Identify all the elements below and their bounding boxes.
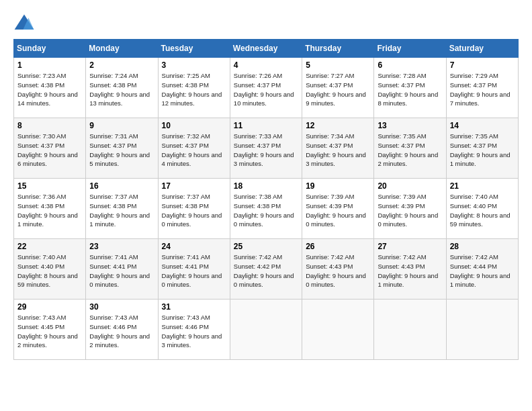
calendar-cell: 18 Sunrise: 7:38 AM Sunset: 4:38 PM Dayl… [230,179,302,239]
day-number: 27 [378,242,442,251]
calendar-cell: 16 Sunrise: 7:37 AM Sunset: 4:38 PM Dayl… [86,179,158,239]
calendar-cell: 22 Sunrise: 7:40 AM Sunset: 4:40 PM Dayl… [14,239,86,300]
calendar-cell: 24 Sunrise: 7:41 AM Sunset: 4:41 PM Dayl… [158,239,230,300]
calendar-cell: 21 Sunrise: 7:40 AM Sunset: 4:40 PM Dayl… [446,179,518,239]
day-info: Sunrise: 7:42 AM Sunset: 4:44 PM Dayligh… [450,253,515,289]
day-info: Sunrise: 7:36 AM Sunset: 4:38 PM Dayligh… [17,192,82,229]
calendar-cell: 9 Sunrise: 7:31 AM Sunset: 4:37 PM Dayli… [86,118,158,179]
day-number: 15 [17,181,82,191]
day-number: 9 [89,121,154,130]
day-info: Sunrise: 7:34 AM Sunset: 4:37 PM Dayligh… [306,132,370,169]
calendar-cell [374,300,446,360]
day-info: Sunrise: 7:26 AM Sunset: 4:37 PM Dayligh… [234,71,298,108]
day-info: Sunrise: 7:32 AM Sunset: 4:37 PM Dayligh… [162,132,226,169]
day-number: 26 [306,242,370,251]
day-info: Sunrise: 7:41 AM Sunset: 4:41 PM Dayligh… [162,253,226,289]
calendar-cell: 17 Sunrise: 7:37 AM Sunset: 4:38 PM Dayl… [158,179,230,239]
day-number: 25 [234,242,298,251]
day-number: 30 [89,302,154,312]
day-number: 5 [306,60,370,70]
day-info: Sunrise: 7:24 AM Sunset: 4:38 PM Dayligh… [89,71,154,108]
day-number: 4 [234,60,298,70]
day-info: Sunrise: 7:25 AM Sunset: 4:38 PM Dayligh… [162,71,226,108]
day-info: Sunrise: 7:33 AM Sunset: 4:37 PM Dayligh… [234,132,298,169]
calendar-cell: 13 Sunrise: 7:35 AM Sunset: 4:37 PM Dayl… [374,118,446,179]
day-info: Sunrise: 7:29 AM Sunset: 4:37 PM Dayligh… [450,71,515,108]
weekday-header: Sunday [14,40,86,58]
calendar-cell: 26 Sunrise: 7:42 AM Sunset: 4:43 PM Dayl… [302,239,374,300]
calendar-cell: 27 Sunrise: 7:42 AM Sunset: 4:43 PM Dayl… [374,239,446,300]
day-info: Sunrise: 7:42 AM Sunset: 4:42 PM Dayligh… [234,253,298,289]
day-info: Sunrise: 7:38 AM Sunset: 4:38 PM Dayligh… [234,192,298,229]
weekday-header: Monday [86,40,158,58]
calendar-cell [302,300,374,360]
day-info: Sunrise: 7:43 AM Sunset: 4:45 PM Dayligh… [17,313,82,350]
day-number: 29 [17,302,82,312]
day-number: 12 [306,121,370,130]
calendar-week-row: 1 Sunrise: 7:23 AM Sunset: 4:38 PM Dayli… [14,58,519,118]
calendar-cell: 29 Sunrise: 7:43 AM Sunset: 4:45 PM Dayl… [14,300,86,360]
day-number: 19 [306,181,370,191]
day-info: Sunrise: 7:42 AM Sunset: 4:43 PM Dayligh… [378,253,442,289]
weekday-header: Thursday [302,40,374,58]
weekday-header: Saturday [446,40,518,58]
day-number: 28 [450,242,515,251]
day-info: Sunrise: 7:43 AM Sunset: 4:46 PM Dayligh… [89,313,154,350]
calendar-cell [230,300,302,360]
calendar-cell: 19 Sunrise: 7:39 AM Sunset: 4:39 PM Dayl… [302,179,374,239]
calendar-cell: 5 Sunrise: 7:27 AM Sunset: 4:37 PM Dayli… [302,58,374,118]
day-number: 20 [378,181,442,191]
day-number: 11 [234,121,298,130]
calendar-cell: 8 Sunrise: 7:30 AM Sunset: 4:37 PM Dayli… [14,118,86,179]
calendar-cell: 20 Sunrise: 7:39 AM Sunset: 4:39 PM Dayl… [374,179,446,239]
day-number: 21 [450,181,515,191]
calendar-cell: 2 Sunrise: 7:24 AM Sunset: 4:38 PM Dayli… [86,58,158,118]
calendar-cell: 12 Sunrise: 7:34 AM Sunset: 4:37 PM Dayl… [302,118,374,179]
day-number: 1 [17,60,82,70]
calendar-cell: 15 Sunrise: 7:36 AM Sunset: 4:38 PM Dayl… [14,179,86,239]
calendar-cell: 1 Sunrise: 7:23 AM Sunset: 4:38 PM Dayli… [14,58,86,118]
day-info: Sunrise: 7:41 AM Sunset: 4:41 PM Dayligh… [89,253,154,289]
calendar-cell: 23 Sunrise: 7:41 AM Sunset: 4:41 PM Dayl… [86,239,158,300]
day-number: 3 [162,60,226,70]
weekday-header: Tuesday [158,40,230,58]
day-number: 8 [17,121,82,130]
day-number: 13 [378,121,442,130]
day-number: 24 [162,242,226,251]
day-number: 31 [162,302,226,312]
day-info: Sunrise: 7:31 AM Sunset: 4:37 PM Dayligh… [89,132,154,169]
day-info: Sunrise: 7:30 AM Sunset: 4:37 PM Dayligh… [17,132,82,169]
day-info: Sunrise: 7:39 AM Sunset: 4:39 PM Dayligh… [306,192,370,229]
calendar-week-row: 29 Sunrise: 7:43 AM Sunset: 4:45 PM Dayl… [14,300,519,360]
calendar-cell: 3 Sunrise: 7:25 AM Sunset: 4:38 PM Dayli… [158,58,230,118]
day-info: Sunrise: 7:35 AM Sunset: 4:37 PM Dayligh… [378,132,442,169]
day-number: 7 [450,60,515,70]
calendar-cell: 11 Sunrise: 7:33 AM Sunset: 4:37 PM Dayl… [230,118,302,179]
calendar-week-row: 8 Sunrise: 7:30 AM Sunset: 4:37 PM Dayli… [14,118,519,179]
day-info: Sunrise: 7:23 AM Sunset: 4:38 PM Dayligh… [17,71,82,108]
day-number: 6 [378,60,442,70]
calendar-cell: 10 Sunrise: 7:32 AM Sunset: 4:37 PM Dayl… [158,118,230,179]
logo [13,13,38,32]
calendar-cell: 6 Sunrise: 7:28 AM Sunset: 4:37 PM Dayli… [374,58,446,118]
day-info: Sunrise: 7:43 AM Sunset: 4:46 PM Dayligh… [162,313,226,350]
calendar-cell [446,300,518,360]
day-number: 23 [89,242,154,251]
day-number: 14 [450,121,515,130]
day-info: Sunrise: 7:35 AM Sunset: 4:37 PM Dayligh… [450,132,515,169]
weekday-header: Wednesday [230,40,302,58]
day-number: 22 [17,242,82,251]
day-number: 18 [234,181,298,191]
day-info: Sunrise: 7:28 AM Sunset: 4:37 PM Dayligh… [378,71,442,108]
day-info: Sunrise: 7:40 AM Sunset: 4:40 PM Dayligh… [17,253,82,289]
weekday-header: Friday [374,40,446,58]
day-info: Sunrise: 7:42 AM Sunset: 4:43 PM Dayligh… [306,253,370,289]
calendar-cell: 4 Sunrise: 7:26 AM Sunset: 4:37 PM Dayli… [230,58,302,118]
calendar-table: SundayMondayTuesdayWednesdayThursdayFrid… [13,39,519,360]
day-number: 2 [89,60,154,70]
day-number: 16 [89,181,154,191]
calendar-cell: 7 Sunrise: 7:29 AM Sunset: 4:37 PM Dayli… [446,58,518,118]
day-info: Sunrise: 7:37 AM Sunset: 4:38 PM Dayligh… [89,192,154,229]
day-info: Sunrise: 7:27 AM Sunset: 4:37 PM Dayligh… [306,71,370,108]
day-info: Sunrise: 7:39 AM Sunset: 4:39 PM Dayligh… [378,192,442,229]
